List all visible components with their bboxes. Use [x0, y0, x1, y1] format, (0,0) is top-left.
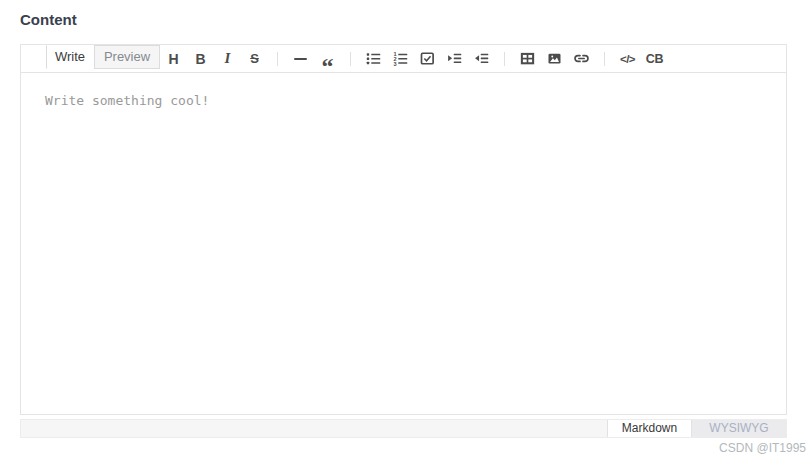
toolbar-divider — [350, 52, 351, 66]
horizontal-rule-button[interactable] — [287, 47, 314, 71]
tab-write[interactable]: Write — [46, 45, 94, 69]
heading-button[interactable]: H — [160, 47, 187, 71]
task-list-button[interactable] — [414, 47, 441, 71]
strikethrough-icon: S — [250, 51, 259, 66]
image-button[interactable] — [541, 47, 568, 71]
toolbar-divider — [277, 52, 278, 66]
link-icon — [573, 51, 590, 66]
italic-button[interactable]: I — [214, 47, 241, 71]
indent-button[interactable] — [441, 47, 468, 71]
code-block-button[interactable]: CB — [641, 47, 668, 71]
italic-icon: I — [225, 50, 231, 67]
unordered-list-button[interactable] — [360, 47, 387, 71]
mode-markdown-button[interactable]: Markdown — [607, 420, 692, 437]
inline-code-button[interactable]: </> — [614, 47, 641, 71]
task-list-icon — [420, 51, 435, 66]
ordered-list-icon: 1 2 3 — [393, 51, 408, 66]
blockquote-button[interactable]: “ — [314, 47, 341, 71]
page-title: Content — [20, 11, 77, 28]
table-icon — [520, 51, 535, 66]
heading-icon: H — [168, 51, 178, 67]
svg-text:3: 3 — [393, 61, 396, 66]
markdown-editor: Write Preview H B I S “ — [20, 44, 787, 415]
horizontal-rule-icon — [294, 58, 307, 60]
tab-preview[interactable]: Preview — [94, 45, 160, 69]
bold-icon: B — [195, 51, 205, 67]
editor-toolbar: Write Preview H B I S “ — [21, 45, 786, 73]
editor-tabs: Write Preview — [46, 45, 160, 69]
outdent-button[interactable] — [468, 47, 495, 71]
unordered-list-icon — [366, 51, 381, 66]
editor-placeholder: Write something cool! — [45, 93, 209, 108]
inline-code-icon: </> — [620, 53, 635, 65]
outdent-icon — [474, 51, 489, 66]
link-button[interactable] — [568, 47, 595, 71]
mode-wysiwyg-button[interactable]: WYSIWYG — [692, 420, 786, 437]
indent-icon — [447, 51, 462, 66]
image-icon — [547, 51, 562, 66]
watermark-text: CSDN @IT1995 — [719, 441, 806, 455]
ordered-list-button[interactable]: 1 2 3 — [387, 47, 414, 71]
toolbar-divider — [504, 52, 505, 66]
editor-content-area[interactable]: Write something cool! — [21, 73, 786, 414]
code-block-icon: CB — [646, 52, 664, 66]
toolbar-divider — [604, 52, 605, 66]
table-button[interactable] — [514, 47, 541, 71]
bold-button[interactable]: B — [187, 47, 214, 71]
mode-switch-bar: Markdown WYSIWYG — [20, 419, 787, 438]
strikethrough-button[interactable]: S — [241, 47, 268, 71]
